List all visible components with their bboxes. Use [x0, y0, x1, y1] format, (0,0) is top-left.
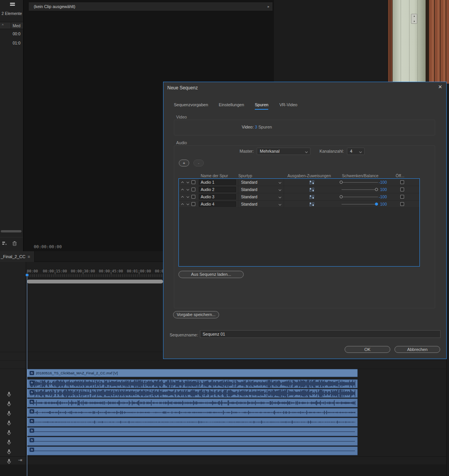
pan-value: -100 — [359, 180, 387, 184]
track-checkbox[interactable] — [191, 202, 195, 206]
move-up-icon[interactable] — [181, 203, 185, 206]
chevron-down-icon — [305, 150, 308, 153]
record-mic-icon[interactable] — [7, 420, 12, 426]
tab-spuren[interactable]: Spuren — [255, 102, 268, 107]
audio-group-label: Audio — [176, 140, 187, 145]
move-down-icon[interactable] — [187, 195, 190, 199]
go-to-end-icon[interactable]: ⇥ — [18, 457, 22, 463]
playhead-marker[interactable] — [26, 274, 28, 276]
audio-clip[interactable]: fx — [27, 437, 358, 446]
timeline-bottom-divider — [0, 456, 446, 457]
track-name-input[interactable]: Audio 2 — [199, 187, 236, 192]
track-checkbox[interactable] — [191, 195, 195, 199]
master-dropdown[interactable]: Mehrkanal — [257, 148, 310, 155]
new-sequence-dialog: Neue Sequenz ✕ Sequenzvorgaben Einstellu… — [163, 82, 447, 359]
output-assignment-icon[interactable] — [309, 188, 315, 192]
track-type-dropdown[interactable]: Standard — [238, 186, 284, 193]
source-monitor-header[interactable]: (kein Clip ausgewählt) ▸ — [29, 2, 272, 11]
cancel-button[interactable]: Abbrechen — [395, 346, 440, 353]
pan-knob[interactable] — [340, 195, 343, 198]
audio-clip[interactable]: fx — [27, 379, 358, 388]
wood-planks-right — [429, 0, 449, 84]
timeline-right-edge — [446, 251, 449, 476]
track-type-dropdown[interactable]: Standard — [238, 201, 284, 208]
move-down-icon[interactable] — [187, 181, 190, 184]
save-preset-button[interactable]: Vorgabe speichern... — [173, 311, 219, 318]
move-up-icon[interactable] — [181, 188, 185, 191]
channels-dropdown[interactable]: 4 — [347, 148, 365, 155]
column-header-media-start[interactable]: Med — [13, 23, 20, 28]
timeline-footer — [0, 464, 446, 476]
load-from-sequence-button[interactable]: Aus Sequenz laden... — [178, 271, 244, 278]
fx-badge: fx — [30, 390, 34, 394]
record-mic-icon[interactable] — [7, 392, 12, 397]
open-checkbox[interactable] — [400, 180, 404, 184]
record-mic-icon[interactable] — [7, 449, 12, 455]
track-checkbox[interactable] — [191, 180, 195, 184]
project-row[interactable]: 00:0 — [13, 31, 20, 36]
record-mic-icon[interactable] — [7, 401, 12, 407]
video-group: Video: 3 Spuren — [174, 120, 435, 135]
output-assignment-icon[interactable] — [309, 180, 315, 184]
zoom-scrollbar[interactable] — [27, 280, 163, 283]
remove-track-button[interactable]: - — [193, 160, 204, 166]
automate-to-sequence-icon[interactable] — [2, 240, 7, 247]
sort-asc-icon[interactable]: ^ — [2, 23, 3, 27]
pan-knob[interactable] — [340, 181, 343, 184]
track-header-gutter — [0, 262, 26, 476]
pan-value: 100 — [359, 202, 387, 206]
playhead[interactable] — [27, 274, 27, 476]
panel-icon[interactable] — [10, 3, 15, 7]
video-clip[interactable]: fx 20180516_TS_Clickbait_MAZ_Final_2_CC.… — [27, 369, 358, 377]
move-up-icon[interactable] — [181, 195, 185, 199]
output-assignment-icon[interactable] — [309, 202, 315, 206]
track-checkbox[interactable] — [191, 188, 195, 191]
audio-clip[interactable]: fx — [27, 427, 358, 436]
tab-einstellungen[interactable]: Einstellungen — [219, 102, 244, 107]
add-track-button[interactable]: + — [179, 160, 189, 166]
fx-badge: fx — [30, 371, 34, 375]
source-clip-name: (kein Clip ausgewählt) — [34, 4, 75, 9]
record-mic-icon[interactable] — [7, 459, 12, 464]
sequence-name-input[interactable]: Sequenz 01 — [200, 330, 441, 338]
open-checkbox[interactable] — [400, 202, 404, 206]
project-row[interactable]: 01:0 — [13, 41, 20, 45]
move-up-icon[interactable] — [181, 181, 185, 184]
flyout-arrow-icon[interactable]: ▸ — [267, 2, 269, 11]
record-mic-icon[interactable] — [7, 430, 12, 435]
timeline-tab[interactable]: _Final_2_CC ≡ — [0, 251, 35, 262]
ok-button[interactable]: OK — [345, 346, 390, 353]
audio-clip[interactable]: fx — [27, 418, 358, 427]
barn-door — [393, 0, 426, 84]
tab-vr-video[interactable]: VR-Video — [279, 102, 297, 107]
tab-sequenzvorgaben[interactable]: Sequenzvorgaben — [174, 102, 208, 107]
track-type-dropdown[interactable]: Standard — [238, 179, 284, 186]
door-gap — [426, 0, 429, 84]
horizontal-scrollbar[interactable] — [1, 230, 21, 232]
panel-menu-icon[interactable]: ≡ — [28, 251, 30, 262]
record-mic-icon[interactable] — [7, 440, 12, 445]
record-mic-icon[interactable] — [7, 411, 12, 416]
output-assignment-icon[interactable] — [309, 195, 315, 199]
track-name-input[interactable]: Audio 4 — [199, 201, 236, 207]
fx-badge: fx — [30, 448, 34, 452]
fx-badge: fx — [30, 419, 34, 423]
project-footer — [0, 237, 23, 251]
open-checkbox[interactable] — [400, 195, 404, 199]
open-checkbox[interactable] — [400, 188, 404, 191]
trash-icon[interactable] — [12, 240, 17, 247]
audio-clip[interactable]: fx — [27, 408, 358, 417]
channels-label: Kanalanzahl: — [313, 149, 344, 153]
move-down-icon[interactable] — [187, 188, 190, 191]
chevron-down-icon — [279, 196, 282, 199]
move-down-icon[interactable] — [187, 203, 190, 206]
audio-clip[interactable]: fx — [27, 389, 358, 398]
audio-clip[interactable]: fx — [27, 399, 358, 407]
close-icon[interactable]: ✕ — [436, 84, 444, 92]
track-type-dropdown[interactable]: Standard — [238, 193, 284, 201]
audio-clip[interactable]: fx — [27, 446, 358, 455]
track-name-input[interactable]: Audio 3 — [199, 194, 236, 199]
track-name-input[interactable]: Audio 1 — [199, 180, 236, 185]
project-list-header[interactable]: ^ Med — [0, 22, 23, 29]
program-monitor — [388, 0, 449, 84]
